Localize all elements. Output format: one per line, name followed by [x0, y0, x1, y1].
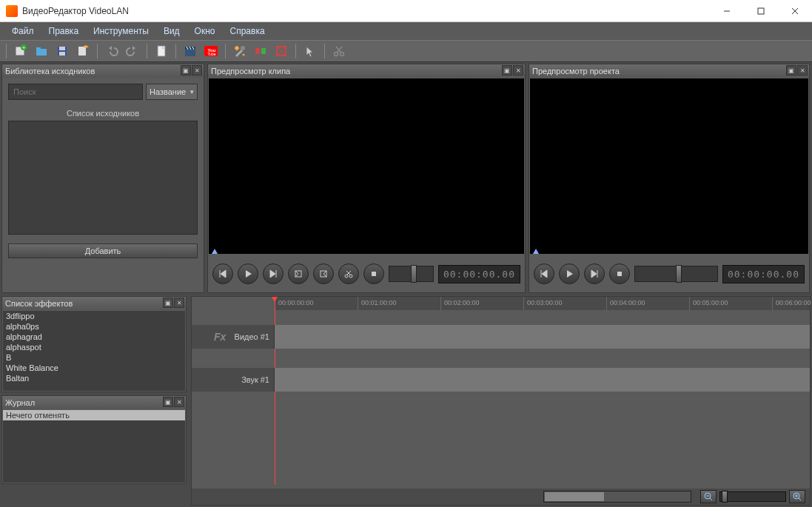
- effects-header[interactable]: Список эффектов ▣✕: [2, 297, 186, 310]
- project-play-button[interactable]: [559, 263, 580, 284]
- timeline-ruler[interactable]: 00:00:00:00 00:01:00:00 00:02:00:00 00:0…: [275, 297, 810, 310]
- clip-prev-frame-button[interactable]: [212, 263, 233, 284]
- menu-help[interactable]: Справка: [223, 24, 272, 38]
- clip-next-frame-button[interactable]: [263, 263, 283, 284]
- open-button[interactable]: [32, 42, 51, 60]
- menu-file[interactable]: Файл: [4, 24, 41, 38]
- cut-button[interactable]: [329, 42, 349, 60]
- zoom-out-button[interactable]: [700, 490, 717, 503]
- close-button[interactable]: [778, 0, 812, 22]
- audio-track: Звук #1: [192, 368, 810, 392]
- project-preview-detach-button[interactable]: ▣: [786, 65, 796, 75]
- svg-rect-14: [185, 49, 195, 56]
- project-preview-panel: Предпросмотр проекта ▣✕ 00:00:00.00: [529, 64, 810, 293]
- effects-list[interactable]: 3dflippo alpha0ps alphagrad alphaspot B …: [3, 311, 185, 391]
- clip-preview-viewport[interactable]: [209, 78, 524, 254]
- library-close-button[interactable]: ✕: [192, 65, 202, 75]
- clip-preview-close-button[interactable]: ✕: [513, 65, 523, 75]
- import-button[interactable]: [73, 42, 93, 60]
- svg-rect-23: [255, 48, 260, 54]
- svg-line-35: [346, 271, 350, 275]
- settings-wrench-button[interactable]: [230, 42, 249, 60]
- undo-button[interactable]: [102, 42, 121, 60]
- svg-line-42: [799, 498, 801, 500]
- video-track: Fx Видео #1: [192, 325, 810, 349]
- project-preview-close-button[interactable]: ✕: [797, 65, 808, 75]
- journal-close-button[interactable]: ✕: [174, 397, 184, 407]
- library-list-label: Список исходников: [8, 109, 198, 118]
- page-button[interactable]: [152, 42, 171, 60]
- menu-tools[interactable]: Инструменты: [86, 24, 156, 38]
- library-title: Библиотека исходников: [5, 67, 95, 75]
- save-button[interactable]: [53, 42, 72, 60]
- effect-item[interactable]: B: [3, 352, 185, 363]
- clip-preview-detach-button[interactable]: ▣: [502, 65, 512, 75]
- svg-line-34: [347, 271, 351, 275]
- clip-volume-slider[interactable]: [389, 266, 434, 282]
- project-prev-frame-button[interactable]: [534, 263, 554, 284]
- crop-button[interactable]: [272, 42, 291, 60]
- journal-list[interactable]: Нечего отменять: [3, 410, 185, 483]
- effect-item[interactable]: alphagrad: [3, 332, 185, 342]
- clapperboard-button[interactable]: [181, 42, 200, 60]
- library-add-button[interactable]: Добавить: [8, 244, 198, 258]
- minimize-button[interactable]: [710, 0, 744, 22]
- library-detach-button[interactable]: ▣: [181, 65, 191, 75]
- effect-item[interactable]: 3dflippo: [3, 311, 185, 321]
- video-track-header[interactable]: Fx Видео #1: [192, 325, 275, 349]
- timeline-tick: 00:06:00:00: [772, 297, 812, 310]
- transition-button[interactable]: [251, 42, 270, 60]
- timeline-tick: 00:05:00:00: [689, 297, 772, 310]
- menu-window[interactable]: Окно: [187, 24, 223, 38]
- clip-mark-out-button[interactable]: [313, 263, 334, 284]
- youtube-button[interactable]: YouTube: [201, 42, 221, 60]
- library-search-input[interactable]: [8, 84, 143, 100]
- maximize-button[interactable]: [744, 0, 778, 22]
- audio-track-lane[interactable]: [275, 368, 810, 392]
- clip-mark-in-button[interactable]: [288, 263, 309, 284]
- timeline-tick: 00:02:00:00: [440, 297, 523, 310]
- project-preview-header[interactable]: Предпросмотр проекта ▣✕: [529, 64, 809, 78]
- clip-cut-button[interactable]: [338, 263, 359, 284]
- project-next-frame-button[interactable]: [584, 263, 605, 284]
- menu-view[interactable]: Вид: [156, 24, 187, 38]
- effects-detach-button[interactable]: ▣: [163, 298, 173, 308]
- journal-detach-button[interactable]: ▣: [163, 397, 173, 407]
- effect-item[interactable]: alpha0ps: [3, 321, 185, 332]
- new-project-button[interactable]: +: [11, 42, 30, 60]
- journal-item[interactable]: Нечего отменять: [3, 410, 185, 420]
- clip-marker-icon: [212, 249, 218, 254]
- audio-track-header[interactable]: Звук #1: [192, 368, 275, 392]
- cursor-button[interactable]: [301, 42, 320, 60]
- clip-stop-button[interactable]: [363, 263, 384, 284]
- zoom-slider[interactable]: [719, 491, 786, 502]
- project-timecode: 00:00:00.00: [722, 265, 805, 283]
- svg-line-28: [337, 47, 342, 53]
- zoom-in-button[interactable]: [789, 490, 805, 503]
- library-sort-select[interactable]: Название: [146, 84, 198, 100]
- video-track-lane[interactable]: [275, 325, 810, 349]
- clip-preview-header[interactable]: Предпросмотр клипа ▣✕: [208, 64, 525, 78]
- project-volume-slider[interactable]: [634, 266, 718, 282]
- library-header[interactable]: Библиотека исходников ▣✕: [2, 64, 204, 78]
- menu-edit[interactable]: Правка: [41, 24, 87, 38]
- svg-rect-36: [372, 272, 376, 276]
- video-track-label: Видео #1: [235, 332, 269, 341]
- timeline-bottom-bar: [192, 488, 810, 505]
- timeline-hscroll[interactable]: [543, 491, 691, 503]
- svg-point-32: [345, 275, 348, 278]
- timeline-tick: 00:01:00:00: [358, 297, 440, 310]
- journal-header[interactable]: Журнал ▣✕: [2, 396, 186, 409]
- effects-close-button[interactable]: ✕: [174, 298, 184, 308]
- effect-item[interactable]: alphaspot: [3, 342, 185, 352]
- effect-item[interactable]: White Balance: [3, 363, 185, 373]
- clip-play-button[interactable]: [238, 263, 258, 284]
- clip-preview-title: Предпросмотр клипа: [211, 67, 290, 75]
- svg-rect-7: [36, 49, 47, 56]
- svg-rect-10: [59, 47, 65, 50]
- project-stop-button[interactable]: [609, 263, 630, 284]
- library-list[interactable]: [8, 121, 198, 235]
- project-preview-viewport[interactable]: [530, 78, 808, 254]
- effect-item[interactable]: Baltan: [3, 373, 185, 383]
- redo-button[interactable]: [123, 42, 142, 60]
